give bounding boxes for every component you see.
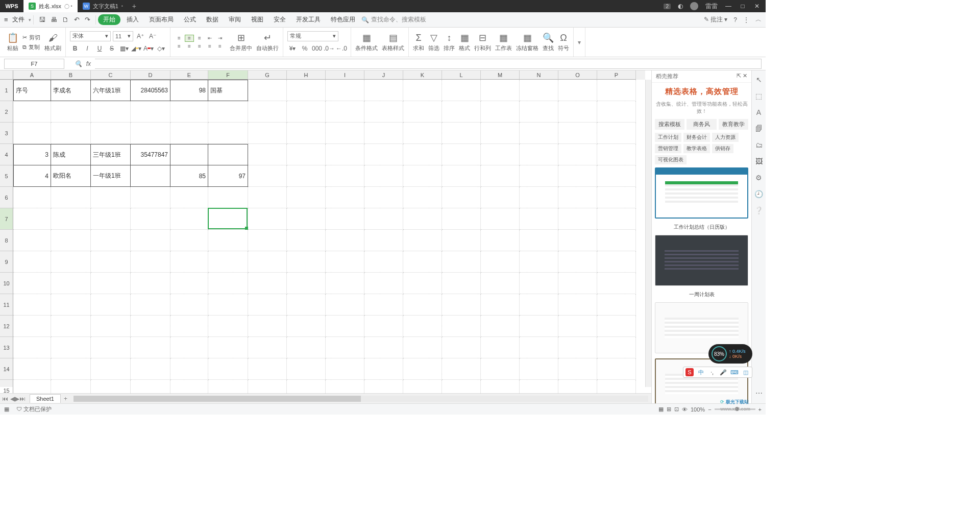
cell-D5[interactable]: [131, 165, 170, 187]
files-tool-icon[interactable]: 🗂: [754, 141, 764, 150]
cell-L11[interactable]: [442, 294, 481, 316]
cell-B2[interactable]: [51, 101, 91, 123]
cell-N14[interactable]: [520, 358, 558, 380]
cell-F9[interactable]: [208, 251, 248, 273]
sidepane-tag-4[interactable]: 教学表格: [683, 144, 710, 153]
italic-button[interactable]: I: [82, 43, 92, 54]
cell-O15[interactable]: [558, 380, 597, 393]
row-header-2[interactable]: 2: [0, 101, 13, 123]
cell-O7[interactable]: [558, 208, 597, 230]
network-monitor-widget[interactable]: 83% ↑ 0.4K/s ↓ 0K/s: [708, 344, 752, 364]
cell-C2[interactable]: [91, 101, 131, 123]
cell-N1[interactable]: [520, 80, 558, 101]
cell-I10[interactable]: [326, 273, 364, 294]
cell-O5[interactable]: [558, 165, 597, 187]
filter-button[interactable]: ▽筛选: [428, 32, 439, 52]
cell-M10[interactable]: [481, 273, 520, 294]
sort-button[interactable]: ↕排序: [444, 33, 455, 52]
cell-C15[interactable]: [91, 380, 131, 393]
column-header-I[interactable]: I: [326, 70, 364, 80]
cell-F11[interactable]: [208, 294, 248, 316]
tab-view[interactable]: 视图: [247, 15, 267, 24]
cell-F8[interactable]: [208, 230, 248, 251]
cell-I7[interactable]: [326, 208, 364, 230]
column-header-H[interactable]: H: [287, 70, 326, 80]
cell-E2[interactable]: [170, 101, 208, 123]
align-center[interactable]: ≡: [185, 43, 194, 50]
cell-G14[interactable]: [248, 358, 287, 380]
cell-I15[interactable]: [326, 380, 364, 393]
cell-K14[interactable]: [403, 358, 442, 380]
cell-K10[interactable]: [403, 273, 442, 294]
cell-C11[interactable]: [91, 294, 131, 316]
align-bottom[interactable]: ≡: [195, 35, 204, 42]
cell-C10[interactable]: [91, 273, 131, 294]
cell-M14[interactable]: [481, 358, 520, 380]
align-left[interactable]: ≡: [175, 43, 184, 50]
font-color-button[interactable]: A▾: [143, 43, 154, 54]
cell-E11[interactable]: [170, 294, 208, 316]
cell-J13[interactable]: [364, 337, 403, 358]
pointer-tool-icon[interactable]: ↖: [754, 76, 764, 85]
merge-center-button[interactable]: ⊞合并居中: [230, 32, 252, 52]
notification-badge[interactable]: 2: [664, 4, 671, 9]
bold-button[interactable]: B: [70, 43, 80, 54]
cell-I8[interactable]: [326, 230, 364, 251]
cell-F7[interactable]: [208, 208, 248, 230]
undo-icon[interactable]: ↶: [74, 16, 80, 23]
cell-D10[interactable]: [131, 273, 170, 294]
cell-H1[interactable]: [287, 80, 326, 101]
cell-H9[interactable]: [287, 251, 326, 273]
indent-dec[interactable]: ⇤: [205, 35, 214, 42]
cell-B8[interactable]: [51, 230, 91, 251]
cell-N3[interactable]: [520, 123, 558, 144]
column-header-D[interactable]: D: [131, 70, 170, 80]
sidepane-close-icon[interactable]: ✕: [743, 73, 747, 79]
sheet-tab[interactable]: Sheet1: [30, 394, 61, 403]
cell-A13[interactable]: [13, 337, 51, 358]
cell-D4[interactable]: 35477847: [131, 144, 170, 165]
cell-D3[interactable]: [131, 123, 170, 144]
minimize-button[interactable]: —: [725, 3, 732, 10]
cell-L8[interactable]: [442, 230, 481, 251]
cell-K1[interactable]: [403, 80, 442, 101]
cell-F5[interactable]: 97: [208, 165, 248, 187]
image-tool-icon[interactable]: 🖼: [754, 157, 764, 166]
cell-J4[interactable]: [364, 144, 403, 165]
row-header-12[interactable]: 12: [0, 316, 13, 337]
row-header-10[interactable]: 10: [0, 273, 13, 294]
cell-E14[interactable]: [170, 358, 208, 380]
cell-C13[interactable]: [91, 337, 131, 358]
column-header-L[interactable]: L: [442, 70, 481, 80]
skin-icon[interactable]: ◐: [678, 3, 683, 10]
cell-B6[interactable]: [51, 187, 91, 208]
cell-B11[interactable]: [51, 294, 91, 316]
sheet-nav-next[interactable]: ▶: [15, 395, 19, 402]
cell-P7[interactable]: [597, 208, 636, 230]
cell-C8[interactable]: [91, 230, 131, 251]
cell-E12[interactable]: [170, 316, 208, 337]
copy-button[interactable]: ⧉ 复制: [22, 43, 40, 51]
tab-formula[interactable]: 公式: [180, 15, 200, 24]
cell-E6[interactable]: [170, 187, 208, 208]
cell-I6[interactable]: [326, 187, 364, 208]
cell-O9[interactable]: [558, 251, 597, 273]
cell-F4[interactable]: [208, 144, 248, 165]
print-icon[interactable]: 🖶: [51, 16, 57, 23]
cell-I2[interactable]: [326, 101, 364, 123]
cell-M9[interactable]: [481, 251, 520, 273]
new-tab-button[interactable]: +: [128, 2, 140, 10]
cell-G12[interactable]: [248, 316, 287, 337]
cell-G15[interactable]: [248, 380, 287, 393]
more-tool-icon[interactable]: ⋯: [754, 389, 764, 398]
help-tool-icon[interactable]: ❔: [754, 206, 764, 215]
cell-F13[interactable]: [208, 337, 248, 358]
cell-B7[interactable]: [51, 208, 91, 230]
cell-B5[interactable]: 欧阳名: [51, 165, 91, 187]
cell-J8[interactable]: [364, 230, 403, 251]
cell-I11[interactable]: [326, 294, 364, 316]
cell-O8[interactable]: [558, 230, 597, 251]
cell-P4[interactable]: [597, 144, 636, 165]
ime-keyboard-icon[interactable]: ⌨: [730, 368, 739, 376]
cell-M2[interactable]: [481, 101, 520, 123]
